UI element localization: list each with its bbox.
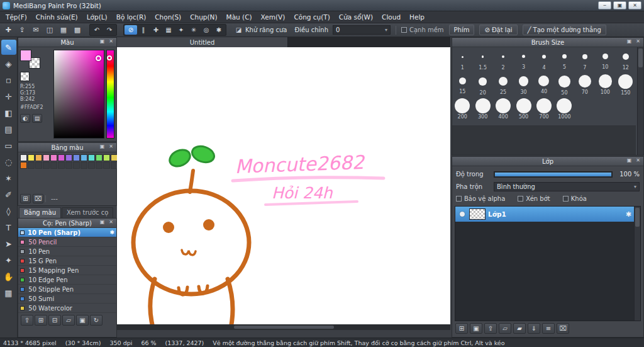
brush-size-option[interactable]: 400 — [493, 98, 513, 122]
menu-tools[interactable]: Công cụ(T) — [289, 13, 334, 21]
palette-swatch[interactable] — [80, 154, 87, 161]
reload-brush-button[interactable]: ↻ — [90, 315, 103, 326]
palette-swatch[interactable] — [73, 154, 80, 161]
palette-swatch[interactable] — [20, 154, 27, 161]
snap-off-icon[interactable]: ⊘ — [125, 25, 137, 35]
antialias-toggle[interactable]: ◪ Khử răng cưa — [234, 26, 287, 35]
brush-row-watercolor[interactable]: 50 Watercolor — [18, 304, 116, 313]
brush-size-option[interactable]: 700 — [534, 98, 554, 122]
brush-row-pen[interactable]: 10 Pen — [18, 247, 116, 256]
close-panel-icon[interactable]: ✕ — [107, 144, 115, 149]
brush-row-stipple-pen[interactable]: 50 Stipple Pen — [18, 285, 116, 294]
new-canvas-icon[interactable]: ✚ — [3, 25, 14, 35]
palette-swatch-empty[interactable] — [43, 162, 50, 169]
palette-swatch-empty[interactable] — [65, 162, 72, 169]
add-layer-folder-button[interactable]: ▱ — [499, 323, 511, 334]
palette-swatch-empty[interactable] — [28, 162, 35, 169]
palette-swatch[interactable] — [20, 162, 27, 169]
magic-wand-tool[interactable]: ✶ — [1, 171, 16, 186]
brush-size-option[interactable]: 30 — [513, 73, 533, 98]
select-eraser-tool[interactable]: ◊ — [1, 203, 16, 219]
sv-picker-indicator[interactable] — [96, 55, 101, 61]
menu-color[interactable]: Màu (C) — [222, 13, 257, 21]
detach-panel-icon[interactable]: ▣ — [625, 157, 633, 163]
snap-parallel-icon[interactable]: ∥ — [137, 25, 150, 35]
restore-button[interactable]: ▣ — [613, 1, 626, 9]
palette-swatch[interactable] — [65, 154, 72, 161]
flatten-button[interactable]: ≡ — [542, 323, 555, 334]
palette-swatch[interactable] — [103, 154, 110, 161]
tab-brush-preview[interactable]: Xem trước cọ — [62, 207, 113, 218]
delete-layer-button[interactable]: ⌧ — [557, 323, 569, 334]
brush-size-option[interactable]: 12 — [616, 48, 636, 73]
detach-panel-icon[interactable]: ▣ — [98, 219, 106, 225]
caret-down-icon[interactable]: ▾ — [385, 27, 387, 33]
straight-line-button[interactable]: ╱ Tạo một đường thẳng — [523, 25, 606, 35]
lasso-tool[interactable]: ◌ — [1, 154, 16, 169]
snap-concentric-icon[interactable]: ◎ — [200, 25, 213, 35]
menu-layer[interactable]: Lớp(L) — [82, 13, 112, 21]
delete-palette-color-button[interactable]: ⌧ — [33, 194, 43, 203]
brush-size-option[interactable]: 200 — [452, 98, 472, 122]
palette-swatch-empty[interactable] — [88, 162, 95, 169]
palette-swatch[interactable] — [88, 154, 95, 161]
snap-radial-icon[interactable]: ✳ — [187, 25, 200, 35]
brush-row-pencil[interactable]: 50 Pencil — [18, 237, 116, 247]
close-panel-icon[interactable]: ✕ — [107, 38, 115, 44]
brush-size-option[interactable]: 50 — [554, 73, 574, 98]
brush-size-option[interactable]: 25 — [493, 73, 513, 98]
brush-size-option[interactable]: 40 — [534, 73, 554, 98]
undo-button[interactable]: ↶ — [91, 25, 103, 35]
brush-size-option[interactable]: 2 — [493, 48, 513, 73]
palette-swatch[interactable] — [96, 154, 103, 161]
add-brush-button[interactable]: ⊞ — [35, 315, 47, 326]
caret-down-icon[interactable]: ▾ — [634, 184, 636, 190]
foreground-color-swatch[interactable] — [20, 50, 31, 61]
brush-size-option[interactable]: 1 — [452, 48, 472, 73]
layer-row[interactable]: Lớp1 ✱ — [455, 207, 640, 222]
brush-tool[interactable]: ✎ — [1, 40, 16, 55]
palette-swatch[interactable] — [43, 154, 50, 161]
dot-pen-tool[interactable]: ▫ — [1, 72, 16, 88]
adjust-input[interactable]: 0 ▾ — [333, 25, 391, 35]
brush-size-option[interactable]: 5 — [554, 48, 574, 73]
add-layer-button[interactable]: ⊞ — [455, 323, 468, 334]
layer-settings-icon[interactable]: ✱ — [626, 210, 631, 219]
palette-swatch-empty[interactable] — [73, 162, 80, 169]
blend-mode-select[interactable]: Bình thường ▾ — [494, 182, 640, 191]
import-layer-button[interactable]: ⇪ — [484, 323, 497, 334]
text-tool[interactable]: T — [1, 220, 16, 235]
brush-size-option[interactable]: 100 — [595, 73, 615, 98]
merge-down-button[interactable]: ⇓ — [528, 323, 540, 334]
upload-brush-button[interactable]: ⇪ — [21, 315, 33, 326]
brush-row-edge-pen[interactable]: 10 Edge Pen — [18, 275, 116, 285]
minimize-button[interactable]: ‒ — [598, 1, 611, 9]
gradient-tool[interactable]: ▤ — [1, 122, 16, 137]
select-tool[interactable]: ▭ — [1, 138, 16, 153]
layer-list-scrollbar[interactable] — [634, 207, 640, 321]
menu-cloud[interactable]: Cloud — [377, 13, 405, 21]
layer-visibility-icon[interactable] — [460, 212, 465, 217]
redo-button[interactable]: ↷ — [103, 25, 116, 35]
brush-row-sumi[interactable]: 50 Sumi — [18, 294, 116, 304]
brush-row-pen-sharp[interactable]: 10 Pen (Sharp) ✱ — [18, 228, 116, 237]
menu-snapshot[interactable]: Chụp(N) — [186, 13, 221, 21]
layer-folder-button[interactable]: ▰ — [513, 323, 526, 334]
comment-icon[interactable]: ✉ — [30, 25, 42, 35]
brush-size-option[interactable]: 15 — [452, 73, 472, 98]
palette-swatch-empty[interactable] — [103, 162, 110, 169]
palette-swatch[interactable] — [58, 154, 65, 161]
detach-panel-icon[interactable]: ▣ — [98, 144, 106, 149]
menu-filter[interactable]: Bộ lọc(R) — [112, 13, 151, 21]
divide-tool[interactable]: ▦ — [1, 285, 16, 300]
fill-tool[interactable]: ◧ — [1, 105, 16, 120]
saturation-value-picker[interactable] — [53, 50, 104, 139]
grid-view-icon[interactable]: ▦ — [58, 25, 69, 35]
canvas-hscrollbar-thumb[interactable] — [234, 326, 334, 329]
duplicate-layer-button[interactable]: ▣ — [470, 323, 482, 334]
menu-edit[interactable]: Chỉnh sửa(E) — [31, 13, 82, 21]
clipping-checkbox[interactable] — [518, 196, 523, 202]
palette-swatch[interactable] — [28, 154, 35, 161]
select-pen-tool[interactable]: ✐ — [1, 187, 16, 202]
layer-list-scrollbar-thumb[interactable] — [635, 208, 640, 227]
